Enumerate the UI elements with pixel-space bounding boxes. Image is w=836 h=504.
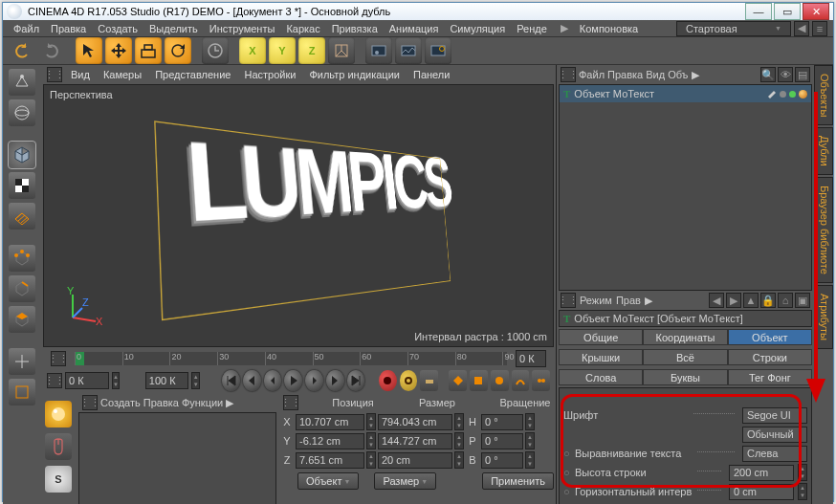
frame-end-spinner[interactable]: ▲▼ [191,372,200,389]
material-button[interactable] [45,401,72,427]
pos-mode-button[interactable]: Объект▼ [297,472,359,490]
material-manager-body[interactable] [78,412,276,504]
spinner[interactable]: ▲▼ [366,432,376,449]
pos-z-field[interactable]: 7.651 cm [296,452,364,469]
visibility-render-dot[interactable] [789,91,796,98]
texture-mode-button[interactable] [9,172,35,199]
om-menu-file[interactable]: Файл [579,69,605,80]
spinner[interactable]: ▲▼ [525,451,535,469]
viewport-solo-button[interactable] [9,379,35,405]
height-field[interactable]: 200 cm [729,465,794,481]
vp-menu-filter[interactable]: Фильтр индикации [304,67,405,82]
render-view-button[interactable] [365,37,392,64]
attr-new-icon[interactable]: ▣ [795,293,810,308]
spinner[interactable]: ▲▼ [454,451,464,469]
vp-menu-cameras[interactable]: Камеры [99,67,146,82]
anim-dot-icon[interactable]: ○ [563,448,571,459]
axis-z-toggle[interactable]: Z [298,37,325,64]
om-item-motext[interactable]: T Объект МоТекст [560,85,811,102]
layer-edit-icon[interactable] [767,89,777,99]
keyframe-sel-button[interactable] [420,370,438,391]
key-param-button[interactable] [512,370,530,391]
move-tool[interactable] [105,37,132,64]
close-button[interactable]: ✕ [803,3,829,20]
key-scale-button[interactable] [470,370,488,391]
axis-toggle-button[interactable] [9,348,35,375]
om-tree[interactable]: T Объект МоТекст [559,84,812,291]
tab-caps[interactable]: Крышки [559,349,643,365]
grip-icon[interactable]: ⋮⋮ [561,293,576,308]
object-mode-button[interactable] [9,142,35,168]
grip-icon[interactable]: ⋮⋮ [82,395,98,410]
live-select-tool[interactable] [76,37,102,64]
om-menu-obj[interactable]: Объ [668,69,688,80]
prev-frame-button[interactable] [264,370,282,391]
phong-tag-icon[interactable] [799,90,807,99]
goto-end-button[interactable] [347,370,365,391]
menu-overflow-icon[interactable]: ▶ [645,295,652,307]
key-pos-button[interactable] [449,370,467,391]
timeline-end-field[interactable]: 0 К [516,350,546,367]
menu-overflow-icon[interactable]: ▶ [692,69,699,81]
size-x-field[interactable]: 794.043 cm [378,414,452,430]
frame-start-spinner[interactable]: ▲▼ [112,372,121,389]
render-settings-button[interactable] [425,37,451,64]
spinner[interactable]: ▲▼ [454,413,464,430]
menu-create[interactable]: Создать [93,21,143,36]
vp-menu-options[interactable]: Настройки [239,67,300,82]
axis-y-toggle[interactable]: Y [269,37,296,64]
coord-system-button[interactable] [328,37,355,64]
render-picture-button[interactable] [395,37,422,64]
autokey-button[interactable] [400,370,418,391]
spinner[interactable]: ▲▼ [798,483,807,500]
layout-prev-button[interactable]: ◀ [794,21,809,36]
key-pla-button[interactable] [532,370,550,391]
vtab-takes[interactable]: Дубли [814,127,833,175]
layout-menu-button[interactable]: ≡ [812,21,827,36]
visibility-editor-dot[interactable] [780,91,786,98]
rotate-tool[interactable] [165,37,191,64]
menu-overflow-icon[interactable]: ▶ [556,20,573,36]
om-eye-icon[interactable]: 👁 [778,67,793,82]
scale-tool[interactable] [135,37,162,64]
tab-all[interactable]: Всё [643,349,727,365]
pos-y-field[interactable]: -6.12 cm [296,433,364,449]
axis-x-toggle[interactable]: X [239,37,266,64]
tab-phong[interactable]: Тег Фонг [728,369,812,385]
goto-start-button[interactable] [222,370,240,391]
attr-back-button[interactable]: ◀ [709,293,724,308]
timeline-ruler[interactable]: ⋮⋮ 0 10 20 30 40 50 60 70 80 90 0 К [41,349,556,368]
attr-menu-edit[interactable]: Прав [616,295,641,306]
attr-up-button[interactable]: ▲ [743,293,759,308]
make-editable-button[interactable] [9,69,35,96]
polygon-mode-button[interactable] [9,306,35,333]
attr-menu-mode[interactable]: Режим [580,295,612,306]
tab-letters[interactable]: Буквы [643,369,727,385]
apply-button[interactable]: Применить [482,472,554,490]
prev-key-button[interactable] [243,370,261,391]
menu-mesh[interactable]: Каркас [281,21,324,36]
size-mode-button[interactable]: Размер▼ [374,472,436,490]
vp-menu-panels[interactable]: Панели [408,67,454,82]
point-mode-button[interactable] [9,245,35,272]
vp-menu-display[interactable]: Представление [150,67,235,82]
align-field[interactable]: Слева [742,446,807,462]
tab-coord[interactable]: Координаты [643,329,727,345]
tab-lines[interactable]: Строки [728,349,812,365]
menu-compositing[interactable]: Компоновка [575,21,643,36]
rot-b-field[interactable]: 0 ° [481,452,523,469]
anim-dot-icon[interactable]: ○ [563,467,571,478]
mm-menu-edit[interactable]: Правка [143,397,179,408]
edge-mode-button[interactable] [9,275,35,302]
timeline-grip-icon[interactable]: ⋮⋮ [51,351,66,366]
undo-button[interactable] [9,37,35,64]
record-button[interactable] [379,370,397,391]
tab-basic[interactable]: Общие [559,329,643,345]
vtab-objects[interactable]: Объекты [814,65,833,125]
size-y-field[interactable]: 144.727 cm [378,433,452,449]
menu-select[interactable]: Выделить [144,21,203,36]
menu-overflow-icon[interactable]: ▶ [226,397,233,409]
minimize-button[interactable]: — [745,3,772,20]
attr-lock-icon[interactable]: 🔒 [760,293,776,308]
key-rot-button[interactable] [491,370,509,391]
